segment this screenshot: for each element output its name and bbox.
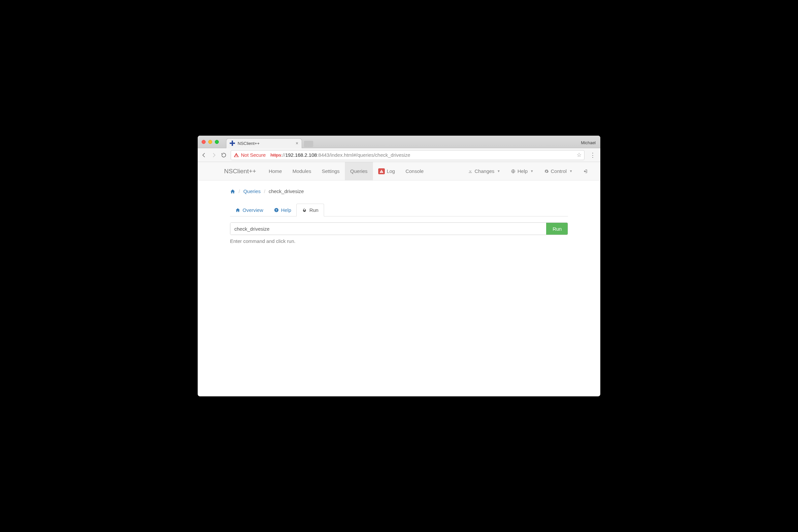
window-close-button[interactable]: [202, 140, 206, 144]
globe-icon: [511, 169, 515, 174]
nav-help[interactable]: Help▼: [506, 162, 539, 180]
breadcrumb-home-icon[interactable]: [230, 189, 235, 194]
breadcrumb-queries[interactable]: Queries: [243, 188, 261, 194]
profile-label[interactable]: Michael: [581, 140, 600, 145]
nav-modules[interactable]: Modules: [287, 162, 317, 180]
plus-favicon-icon: [230, 140, 235, 146]
browser-tab-title: NSClient++: [238, 141, 293, 146]
url-text: https://192.168.2.108:8443/index.html#/q…: [268, 152, 410, 158]
tab-close-icon[interactable]: ×: [296, 140, 298, 146]
breadcrumb-current: check_drivesize: [269, 188, 304, 194]
breadcrumb-sep: /: [264, 188, 265, 194]
browser-tab-bar: NSClient++ × Michael: [198, 136, 600, 148]
nav-log[interactable]: Log: [373, 162, 400, 180]
nav-logout[interactable]: [578, 162, 594, 180]
gear-icon: [544, 169, 549, 174]
subtab-bar: Overview ? Help Run: [230, 203, 568, 216]
subtab-help[interactable]: ? Help: [269, 204, 297, 216]
reload-button[interactable]: [221, 152, 227, 158]
not-secure-label: Not Secure: [241, 152, 266, 158]
address-bar[interactable]: Not Secure https://192.168.2.108:8443/in…: [231, 150, 585, 160]
window-zoom-button[interactable]: [215, 140, 219, 144]
breadcrumb: / Queries / check_drivesize: [230, 188, 568, 194]
subtab-overview[interactable]: Overview: [230, 204, 269, 216]
warning-badge-icon: [378, 168, 385, 174]
nav-control[interactable]: Control▼: [539, 162, 578, 180]
run-help-text: Enter command and click run.: [230, 238, 568, 244]
breadcrumb-sep: /: [239, 188, 240, 194]
browser-toolbar: Not Secure https://192.168.2.108:8443/in…: [198, 148, 600, 162]
back-button[interactable]: [201, 152, 207, 158]
nav-changes[interactable]: Changes▼: [463, 162, 506, 180]
browser-tab[interactable]: NSClient++ ×: [226, 138, 302, 148]
new-tab-button[interactable]: [304, 140, 313, 147]
security-warning: Not Secure: [234, 152, 266, 158]
brand-label[interactable]: NSClient++: [224, 162, 263, 180]
bookmark-star-icon[interactable]: ☆: [576, 151, 582, 158]
nav-console[interactable]: Console: [400, 162, 429, 180]
svg-text:?: ?: [275, 209, 277, 212]
window-controls: [198, 140, 223, 144]
browser-menu-icon[interactable]: ⋮: [588, 151, 597, 159]
warning-triangle-icon: [234, 152, 239, 158]
forward-button: [211, 152, 217, 158]
window-minimize-button[interactable]: [208, 140, 212, 144]
logout-icon: [583, 169, 588, 174]
home-icon: [235, 208, 240, 212]
download-icon: [468, 169, 473, 174]
question-circle-icon: ?: [274, 208, 279, 212]
app-navbar: NSClient++ Home Modules Settings Queries…: [198, 162, 600, 180]
browser-window: NSClient++ × Michael Not Secure https://…: [198, 136, 600, 396]
run-button[interactable]: Run: [546, 223, 568, 235]
command-input[interactable]: [230, 223, 546, 235]
fire-icon: [302, 208, 307, 212]
subtab-run[interactable]: Run: [296, 204, 324, 216]
nav-home[interactable]: Home: [263, 162, 287, 180]
run-input-group: Run: [230, 223, 568, 235]
page-content: / Queries / check_drivesize Overview ? H…: [198, 180, 600, 396]
nav-queries[interactable]: Queries: [345, 162, 373, 180]
nav-settings[interactable]: Settings: [317, 162, 345, 180]
